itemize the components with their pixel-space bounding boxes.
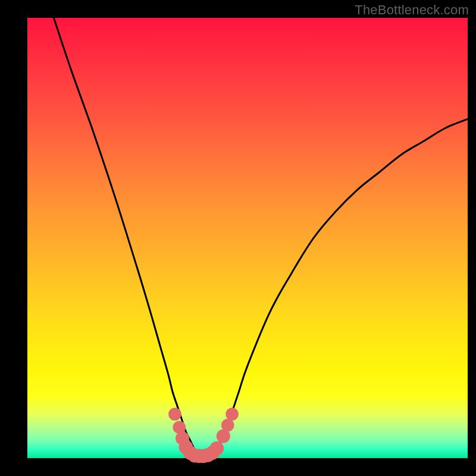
curve-markers: [168, 408, 239, 463]
marker-dot: [209, 441, 224, 456]
marker-dot: [168, 408, 181, 421]
marker-dot: [221, 419, 234, 432]
chart-svg: [27, 18, 468, 458]
bottleneck-curve: [54, 18, 468, 456]
outer-frame: TheBottleneck.com: [0, 0, 476, 476]
marker-dot: [226, 408, 239, 421]
watermark-text: TheBottleneck.com: [355, 2, 469, 18]
plot-area: [27, 18, 468, 458]
